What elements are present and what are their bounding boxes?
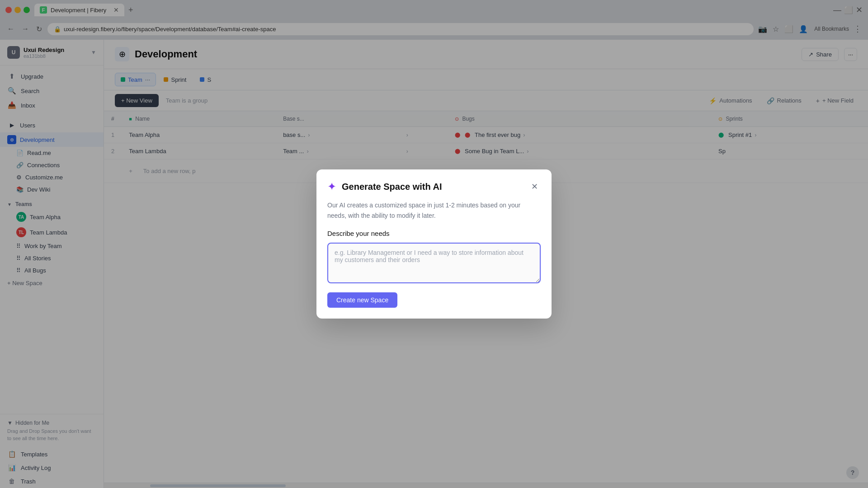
dialog-overlay[interactable]: ✦ Generate Space with AI ✕ Our AI create… bbox=[0, 0, 868, 488]
dialog-header: ✦ Generate Space with AI ✕ bbox=[316, 169, 552, 200]
dialog-body: Our AI creates a customized space in jus… bbox=[316, 200, 552, 319]
dialog-title: Generate Space with AI bbox=[342, 182, 442, 192]
dialog-title-area: ✦ Generate Space with AI bbox=[327, 180, 442, 193]
dialog-actions: Create new Space bbox=[327, 292, 541, 308]
dialog-close-btn[interactable]: ✕ bbox=[528, 180, 541, 193]
dialog-description: Our AI creates a customized space in jus… bbox=[327, 200, 541, 221]
ai-generate-dialog: ✦ Generate Space with AI ✕ Our AI create… bbox=[316, 169, 552, 319]
dialog-section-label: Describe your needs bbox=[327, 230, 541, 237]
needs-textarea[interactable] bbox=[327, 243, 541, 283]
create-space-btn[interactable]: Create new Space bbox=[327, 292, 397, 308]
ai-sparkle-icon: ✦ bbox=[327, 180, 336, 193]
